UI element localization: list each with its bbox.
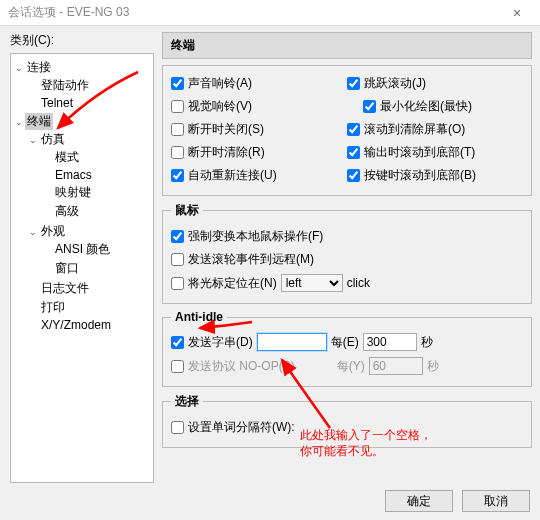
tree-xyz[interactable]: X/Y/Zmodem [39,318,113,332]
input-send-string-sec[interactable] [363,333,417,351]
cb-force-local[interactable] [171,230,184,243]
sel-pos[interactable]: left [281,274,343,292]
cb-auto-reconnect[interactable] [171,169,184,182]
cb-visualbell[interactable] [171,100,184,113]
tree-terminal[interactable]: 终端 [25,113,53,130]
left-panel: 类别(C): ⌄连接 登陆动作 Telnet ⌄终端 ⌄仿真 模式 Emacs [0,26,158,484]
right-panel: 终端 声音响铃(A) 视觉响铃(V) 断开时关闭(S) 断开时清除(R) 自动重… [158,26,540,484]
tree-window[interactable]: 窗口 [53,260,81,277]
legend-antiidle: Anti-idle [171,310,227,324]
tree-print[interactable]: 打印 [39,299,67,316]
tree-twisty-icon[interactable]: ⌄ [13,117,25,127]
cancel-button[interactable]: 取消 [462,490,530,512]
tree-mapkey[interactable]: 映射键 [53,184,93,201]
titlebar: 会话选项 - EVE-NG 03 × [0,0,540,26]
tree-emulation[interactable]: 仿真 [39,131,67,148]
cb-send-string[interactable] [171,336,184,349]
cb-word-delim[interactable] [171,421,184,434]
cb-scroll-key[interactable] [347,169,360,182]
legend-select: 选择 [171,393,203,410]
cb-pos-cursor[interactable] [171,277,184,290]
cb-jumpscroll[interactable] [347,77,360,90]
tree-twisty-icon[interactable]: ⌄ [13,63,25,73]
cb-send-wheel[interactable] [171,253,184,266]
cb-scrollclear[interactable] [347,123,360,136]
group-mouse: 鼠标 强制变换本地鼠标操作(F) 发送滚轮事件到远程(M) 将光标定位在(N) … [162,202,532,304]
annotation-note: 此处我输入了一个空格，你可能看不见。 [300,428,432,459]
cb-audiobell[interactable] [171,77,184,90]
input-send-string[interactable] [257,333,327,351]
input-noop-sec [369,357,423,375]
cb-scroll-out[interactable] [347,146,360,159]
tree-twisty-icon[interactable]: ⌄ [27,135,39,145]
tree-advanced[interactable]: 高级 [53,203,81,220]
group-terminal: 声音响铃(A) 视觉响铃(V) 断开时关闭(S) 断开时清除(R) 自动重新连接… [162,65,532,196]
cb-send-noop[interactable] [171,360,184,373]
group-antiidle: Anti-idle 发送字串(D) 每(E) 秒 发送协议 NO-OP(P) 每… [162,310,532,387]
tree-connection[interactable]: 连接 [25,59,53,76]
tree-telnet[interactable]: Telnet [39,96,75,110]
legend-mouse: 鼠标 [171,202,203,219]
tree-ansi[interactable]: ANSI 颜色 [53,241,112,258]
dialog-buttons: 确定 取消 [0,484,540,512]
category-tree[interactable]: ⌄连接 登陆动作 Telnet ⌄终端 ⌄仿真 模式 Emacs 映射键 [10,53,154,483]
ok-button[interactable]: 确定 [385,490,453,512]
tree-mode[interactable]: 模式 [53,149,81,166]
cb-close-disc[interactable] [171,123,184,136]
category-label: 类别(C): [10,32,154,49]
tree-login[interactable]: 登陆动作 [39,77,91,94]
cb-clear-disc[interactable] [171,146,184,159]
section-header-terminal: 终端 [162,32,532,59]
cb-mindraw[interactable] [363,100,376,113]
window-title: 会话选项 - EVE-NG 03 [8,4,502,21]
tree-twisty-icon[interactable]: ⌄ [27,227,39,237]
close-icon[interactable]: × [502,5,532,21]
tree-emacs[interactable]: Emacs [53,168,94,182]
tree-logfile[interactable]: 日志文件 [39,280,91,297]
dialog-content: 类别(C): ⌄连接 登陆动作 Telnet ⌄终端 ⌄仿真 模式 Emacs [0,26,540,484]
tree-appearance[interactable]: 外观 [39,223,67,240]
